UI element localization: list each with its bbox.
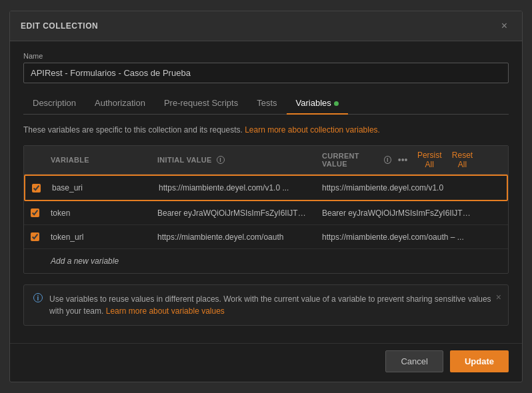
modal-footer: Cancel Update (10, 343, 522, 382)
info-banner-close-button[interactable]: × (496, 292, 501, 302)
tab-description[interactable]: Description (23, 93, 85, 115)
variables-dot (334, 101, 339, 106)
modal-title: EDIT COLLECTION (21, 21, 98, 31)
cancel-button[interactable]: Cancel (385, 350, 443, 372)
learn-more-variable-link[interactable]: Learn more about variable values (106, 306, 225, 316)
learn-more-collection-link[interactable]: Learn more about collection variables. (245, 125, 380, 135)
row3-checkbox-cell (24, 228, 45, 245)
row2-current-value[interactable]: Bearer eyJraWQiOiJrMSIsImFsZyI6IlJTMjU2I… (317, 204, 481, 222)
row1-current-value[interactable]: https://miambiente.deyel.com/v1.0 (317, 179, 480, 196)
row1-checkbox[interactable] (32, 184, 41, 193)
table-options-button[interactable]: ••• (395, 155, 411, 165)
row1-variable: base_uri (47, 179, 153, 196)
th-checkbox (24, 151, 45, 169)
modal-body: Name Description Authorization Pre-reque… (10, 41, 522, 343)
row3-actions (481, 233, 508, 241)
info-banner-text: Use variables to reuse values in differe… (49, 293, 499, 317)
info-banner: i Use variables to reuse values in diffe… (23, 284, 509, 326)
modal-header: EDIT COLLECTION × (10, 11, 522, 41)
row1-initial-value[interactable]: https://miambiente.deyel.com/v1.0 ... (153, 179, 317, 196)
row1-checkbox-cell (25, 180, 47, 196)
row2-initial-value[interactable]: Bearer eyJraWQiOiJrMSIsImFsZyI6IlJTMjU2I… (152, 204, 317, 222)
row1-actions (480, 184, 507, 192)
persist-all-button[interactable]: Persist All (414, 151, 445, 169)
th-initial-value: INITIAL VALUE i (152, 151, 317, 169)
add-variable-placeholder[interactable]: Add a new variable (45, 252, 152, 270)
table-row-highlighted-wrapper: base_uri https://miambiente.deyel.com/v1… (24, 175, 508, 201)
row2-variable: token (45, 204, 152, 222)
tab-pre-request[interactable]: Pre-request Scripts (155, 93, 247, 115)
tab-authorization[interactable]: Authorization (85, 93, 155, 115)
initial-value-info-icon: i (217, 156, 225, 164)
add-variable-row[interactable]: Add a new variable (24, 249, 508, 273)
th-current-value: CURRENT VALUE i ••• Persist All Reset Al… (317, 151, 481, 169)
row3-variable: token_url (45, 228, 152, 246)
variables-info-text: These variables are specific to this col… (23, 124, 509, 136)
row3-current-value[interactable]: https://miambiente.deyel.com/oauth – ... (317, 228, 481, 246)
info-banner-icon: i (33, 293, 43, 302)
row3-initial-value[interactable]: https://miambiente.deyel.com/oauth (152, 228, 317, 246)
row2-checkbox-cell (24, 204, 45, 221)
close-button[interactable]: × (497, 19, 511, 33)
variables-table: VARIABLE INITIAL VALUE i CURRENT VALUE i… (23, 145, 509, 274)
row3-checkbox[interactable] (31, 232, 39, 241)
current-value-info-icon: i (384, 156, 391, 164)
tabs-bar: Description Authorization Pre-request Sc… (23, 93, 509, 115)
tab-variables[interactable]: Variables (287, 93, 348, 115)
collection-name-input[interactable] (23, 63, 509, 83)
table-row: token Bearer eyJraWQiOiJrMSIsImFsZyI6IlJ… (24, 201, 508, 225)
th-empty (481, 151, 508, 169)
reset-all-button[interactable]: Reset All (449, 151, 476, 169)
table-row: token_url https://miambiente.deyel.com/o… (24, 225, 508, 249)
row2-actions (481, 209, 508, 217)
table-row: base_uri https://miambiente.deyel.com/v1… (25, 176, 507, 200)
th-variable: VARIABLE (45, 151, 152, 169)
row2-checkbox[interactable] (31, 208, 39, 217)
edit-collection-modal: EDIT COLLECTION × Name Description Autho… (9, 11, 523, 382)
update-button[interactable]: Update (450, 350, 509, 372)
tab-tests[interactable]: Tests (247, 93, 286, 115)
name-label: Name (23, 52, 509, 60)
modal-overlay: EDIT COLLECTION × Name Description Autho… (0, 0, 532, 393)
table-header: VARIABLE INITIAL VALUE i CURRENT VALUE i… (24, 146, 508, 175)
